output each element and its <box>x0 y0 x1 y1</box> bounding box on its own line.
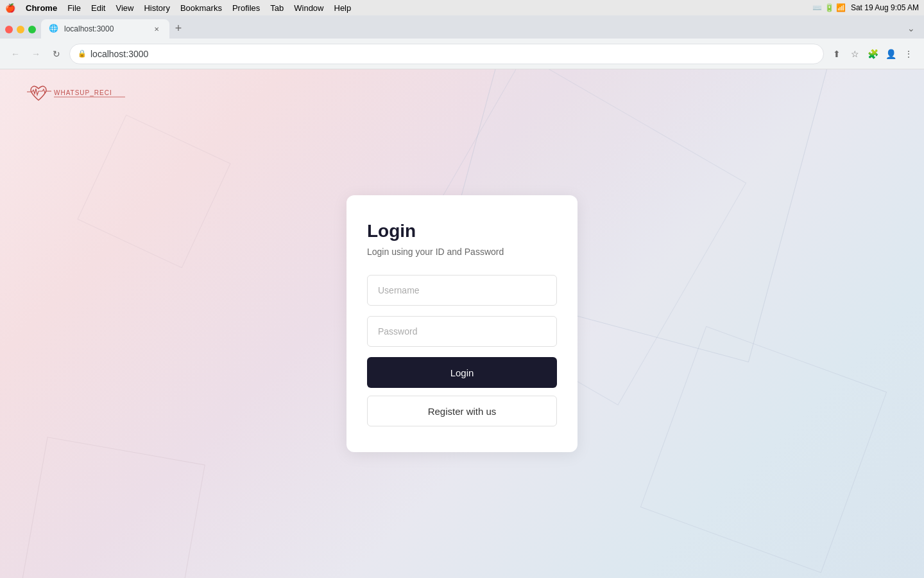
login-card-wrapper: Login Login using your ID and Password L… <box>346 195 578 452</box>
extensions-button[interactable]: 🧩 <box>865 46 880 62</box>
address-bar[interactable]: 🔒 localhost:3000 <box>69 44 824 64</box>
close-window-button[interactable] <box>5 26 13 33</box>
profiles-menu[interactable]: Profiles <box>232 3 260 13</box>
tab-favicon: 🌐 <box>49 24 59 34</box>
lock-icon: 🔒 <box>78 49 87 58</box>
view-menu[interactable]: View <box>116 3 133 13</box>
chrome-addressbar: ← → ↻ 🔒 localhost:3000 ⬆ ☆ 🧩 👤 ⋮ <box>0 39 924 69</box>
tab-close-button[interactable]: ✕ <box>151 24 162 34</box>
traffic-lights <box>5 26 36 33</box>
login-title: Login <box>367 221 557 241</box>
mac-menubar: 🍎 Chrome File Edit View History Bookmark… <box>0 0 924 15</box>
more-button[interactable]: ⋮ <box>901 46 916 62</box>
geo-shape-5 <box>77 114 230 268</box>
share-button[interactable]: ⬆ <box>829 46 844 62</box>
login-subtitle: Login using your ID and Password <box>367 247 557 257</box>
window-menu[interactable]: Window <box>294 3 323 13</box>
bookmarks-menu[interactable]: Bookmarks <box>180 3 222 13</box>
register-button[interactable]: Register with us <box>367 396 557 426</box>
forward-button[interactable]: → <box>28 46 44 62</box>
reload-button[interactable]: ↻ <box>49 46 64 62</box>
minimize-window-button[interactable] <box>17 26 24 33</box>
system-icons: ⌨️ 🔋 📶 <box>812 3 846 12</box>
password-input[interactable] <box>367 316 557 347</box>
page-content: WHATSUP_RECI Login Login using your ID a… <box>0 69 924 578</box>
tab-list-button[interactable]: ⌄ <box>903 21 919 36</box>
login-card: Login Login using your ID and Password L… <box>346 195 578 452</box>
profile-button[interactable]: 👤 <box>883 46 898 62</box>
apple-menu[interactable]: 🍎 <box>5 3 15 13</box>
geo-shape-3 <box>640 326 887 574</box>
app-logo: WHATSUP_RECI <box>26 82 128 108</box>
datetime: Sat 19 Aug 9:05 AM <box>851 3 919 12</box>
tab-title: localhost:3000 <box>64 24 114 33</box>
file-menu[interactable]: File <box>67 3 81 13</box>
browser-tab[interactable]: 🌐 localhost:3000 ✕ <box>41 19 169 39</box>
login-button[interactable]: Login <box>367 357 557 388</box>
new-tab-button[interactable]: + <box>169 19 187 37</box>
edit-menu[interactable]: Edit <box>91 3 105 13</box>
username-input[interactable] <box>367 275 557 306</box>
bookmark-button[interactable]: ☆ <box>847 46 862 62</box>
geo-shape-4 <box>19 437 205 578</box>
tab-menu[interactable]: Tab <box>270 3 284 13</box>
chrome-tabbar: 🌐 localhost:3000 ✕ + ⌄ <box>0 15 924 39</box>
history-menu[interactable]: History <box>144 3 169 13</box>
url-text: localhost:3000 <box>90 49 148 59</box>
app-name[interactable]: Chrome <box>26 3 57 13</box>
back-button[interactable]: ← <box>8 46 23 62</box>
svg-text:WHATSUP_RECI: WHATSUP_RECI <box>54 89 112 96</box>
help-menu[interactable]: Help <box>334 3 352 13</box>
fullscreen-window-button[interactable] <box>28 26 36 33</box>
logo-area: WHATSUP_RECI <box>26 82 128 108</box>
